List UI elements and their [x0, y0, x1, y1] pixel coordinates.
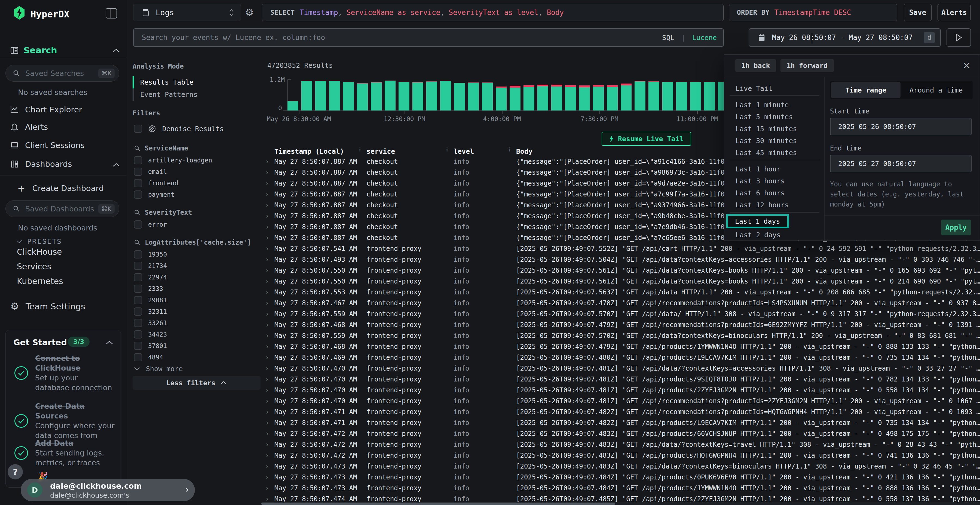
sidebar-item-services[interactable]: Services — [17, 262, 51, 271]
chevron-up-icon[interactable] — [113, 163, 120, 167]
chevron-up-icon[interactable] — [106, 340, 113, 345]
filter-value-row[interactable]: 29081 — [134, 294, 259, 306]
filter-checkbox[interactable] — [134, 296, 142, 304]
sidebar-item-team-settings[interactable]: ⚙ Team Settings — [10, 302, 85, 311]
table-row[interactable]: ›May 27 8:50:07.550 AMfrontend-proxyinfo… — [261, 276, 980, 287]
presets-toggle[interactable]: PRESETS — [16, 238, 62, 245]
table-row[interactable]: ›May 27 8:50:07.473 AMfrontend-proxyinfo… — [261, 461, 980, 472]
filter-value-row[interactable]: 32311 — [134, 306, 259, 317]
filter-checkbox[interactable] — [134, 221, 142, 229]
time-preset-last-1-minute[interactable]: Last 1 minute — [735, 99, 789, 111]
filter-checkbox[interactable] — [134, 330, 142, 338]
filter-checkbox[interactable] — [134, 262, 142, 270]
filter-checkbox[interactable] — [134, 308, 142, 316]
table-row[interactable]: ›May 27 8:50:07.470 AMfrontend-proxyinfo… — [261, 385, 980, 395]
filter-value-row[interactable]: 19350 — [134, 249, 259, 260]
denoise-checkbox[interactable] — [134, 125, 142, 133]
close-icon[interactable]: ✕ — [963, 60, 971, 71]
filter-checkbox[interactable] — [134, 342, 142, 350]
filter-checkbox[interactable] — [134, 353, 142, 361]
table-row[interactable]: ›May 27 8:50:07.468 AMfrontend-proxyinfo… — [261, 341, 980, 352]
filter-checkbox[interactable] — [134, 250, 142, 259]
table-row[interactable]: ›May 27 8:50:07.541 AMfrontend-proxyinfo… — [261, 243, 980, 254]
table-row[interactable]: ›May 27 8:50:07.470 AMfrontend-proxyinfo… — [261, 374, 980, 385]
end-time-input[interactable]: 2025-05-27 08:50:07 — [830, 155, 972, 172]
tab-time-range[interactable]: Time range — [831, 82, 900, 98]
1h-forward-button[interactable]: 1h forward — [780, 59, 834, 72]
filter-value-row[interactable]: error — [134, 219, 259, 230]
filter-value-row[interactable]: 34423 — [134, 329, 259, 340]
start-time-input[interactable]: 2025-05-26 08:50:07 — [830, 118, 972, 135]
saved-dashboards-input[interactable]: Saved Dashboards ⌘K — [5, 200, 119, 217]
filter-checkbox[interactable] — [134, 273, 142, 281]
filter-checkbox[interactable] — [134, 284, 142, 293]
table-row[interactable]: ›May 27 8:50:07.559 AMfrontend-proxyinfo… — [261, 308, 980, 319]
source-select[interactable]: Logs — [133, 4, 241, 21]
get-started-item[interactable]: Connect to ClickHouse Set up your databa… — [14, 353, 114, 392]
time-preset-last-2-days[interactable]: Last 2 days — [735, 229, 781, 241]
filter-checkbox[interactable] — [134, 179, 142, 187]
filter-value-row[interactable]: frontend — [134, 178, 259, 189]
filter-checkbox[interactable] — [134, 191, 142, 199]
time-preset-last-3-hours[interactable]: Last 3 hours — [735, 175, 785, 187]
table-row[interactable]: ›May 27 8:50:07.471 AMfrontend-proxyinfo… — [261, 418, 980, 428]
table-row[interactable]: ›May 27 8:50:07.470 AMfrontend-proxyinfo… — [261, 395, 980, 407]
table-row[interactable]: ›May 27 8:50:07.468 AMfrontend-proxyinfo… — [261, 319, 980, 330]
filter-value-row[interactable]: 4894 — [134, 351, 259, 363]
filter-value-row[interactable]: 21734 — [134, 260, 259, 272]
time-preset-last-6-hours[interactable]: Last 6 hours — [735, 187, 785, 199]
filter-value-row[interactable]: 22974 — [134, 272, 259, 283]
horizontal-scrollbar-track[interactable] — [261, 502, 980, 505]
sidebar-collapse-button[interactable] — [106, 8, 117, 19]
user-menu[interactable]: D dale@clickhouse.com dale@clickhouse.co… — [21, 479, 195, 501]
time-preset-live-tail[interactable]: Live Tail — [735, 83, 772, 94]
denoise-results-row[interactable]: Denoise Results — [134, 123, 224, 134]
sidebar-item-chart-explorer[interactable]: Chart Explorer — [10, 105, 82, 114]
sidebar-item-clickhouse[interactable]: ClickHouse — [17, 247, 62, 257]
time-preset-last-45-minutes[interactable]: Last 45 minutes — [735, 147, 797, 159]
table-row[interactable]: ›May 27 8:50:07.472 AMfrontend-proxyinfo… — [261, 450, 980, 461]
apply-button[interactable]: Apply — [941, 219, 971, 235]
table-row[interactable]: ›May 27 8:50:07.559 AMfrontend-proxyinfo… — [261, 330, 980, 341]
tab-around-a-time[interactable]: Around a time — [900, 82, 972, 98]
mode-results-table[interactable]: Results Table — [132, 76, 252, 89]
show-more-button[interactable]: Show more — [134, 363, 259, 375]
sidebar-item-alerts[interactable]: Alerts — [10, 122, 48, 132]
time-preset-last-1-days[interactable]: Last 1 days — [726, 214, 789, 228]
filter-value-row[interactable]: email — [134, 166, 259, 178]
table-row[interactable]: ›May 27 8:50:07.472 AMfrontend-proxyinfo… — [261, 439, 980, 450]
table-row[interactable]: ›May 27 8:50:07.469 AMfrontend-proxyinfo… — [261, 352, 980, 363]
horizontal-scrollbar-thumb[interactable] — [261, 503, 615, 505]
table-row[interactable]: ›May 27 8:50:07.553 AMfrontend-proxyinfo… — [261, 287, 980, 298]
table-row[interactable]: ›May 27 8:50:07.550 AMfrontend-proxyinfo… — [261, 265, 980, 276]
time-preset-last-1-hour[interactable]: Last 1 hour — [735, 163, 781, 175]
get-started-item[interactable]: Add Data Start sending logs, metrics, or… — [14, 438, 117, 468]
filter-value-row[interactable]: 37801 — [134, 340, 259, 351]
table-row[interactable]: ›May 27 8:50:07.472 AMfrontend-proxyinfo… — [261, 428, 980, 439]
time-preset-last-12-hours[interactable]: Last 12 hours — [735, 199, 789, 211]
1h-back-button[interactable]: 1h back — [735, 59, 776, 72]
sidebar-item-client-sessions[interactable]: Client Sessions — [10, 141, 85, 150]
table-row[interactable]: ›May 27 8:50:07.473 AMfrontend-proxyinfo… — [261, 483, 980, 494]
sidebar-item-search[interactable]: Search — [24, 45, 57, 56]
get-started-item[interactable]: Create Data Sources Configure where your… — [14, 401, 117, 440]
mode-event-patterns[interactable]: Event Patterns — [132, 89, 252, 101]
less-filters-button[interactable]: Less filters — [132, 376, 261, 390]
table-row[interactable]: ›May 27 8:50:07.470 AMfrontend-proxyinfo… — [261, 363, 980, 374]
filter-value-row[interactable]: artillery-loadgen — [134, 154, 259, 166]
time-preset-last-5-minutes[interactable]: Last 5 minutes — [735, 111, 793, 123]
create-dashboard-button[interactable]: + Create Dashboard — [18, 183, 104, 194]
saved-searches-input[interactable]: Saved Searches ⌘K — [5, 65, 119, 82]
filter-checkbox[interactable] — [134, 319, 142, 327]
sidebar-item-kubernetes[interactable]: Kubernetes — [17, 276, 63, 286]
time-preset-last-30-minutes[interactable]: Last 30 minutes — [735, 135, 797, 147]
filter-value-row[interactable]: payment — [134, 189, 259, 200]
sidebar-item-dashboards[interactable]: Dashboards — [10, 159, 72, 169]
chevron-up-icon[interactable] — [113, 48, 120, 53]
filter-checkbox[interactable] — [134, 168, 142, 176]
time-preset-last-15-minutes[interactable]: Last 15 minutes — [735, 123, 797, 135]
source-settings-gear-icon[interactable]: ⚙ — [245, 8, 254, 17]
table-row[interactable]: ›May 27 8:50:07.493 AMfrontend-proxyinfo… — [261, 254, 980, 265]
table-row[interactable]: ›May 27 8:50:07.473 AMfrontend-proxyinfo… — [261, 472, 980, 483]
filter-value-row[interactable]: 2333 — [134, 283, 259, 294]
